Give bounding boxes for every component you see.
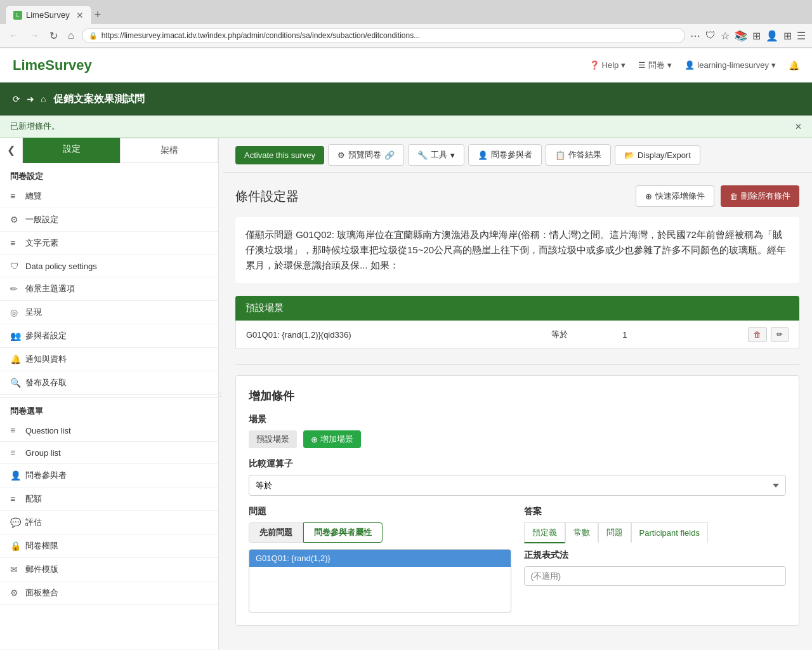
sidebar-item-general[interactable]: ⚙ 一般設定: [0, 208, 218, 232]
sidebar-item-presentation[interactable]: ◎ 呈現: [0, 301, 218, 324]
sidebar-toggle-row: ❮ 設定 架構: [0, 138, 218, 163]
constant-tab[interactable]: 常數: [565, 522, 598, 543]
user-btn-icon: 👤: [478, 150, 488, 160]
participants-attr-tab[interactable]: 問卷參與者屬性: [303, 522, 383, 543]
sidebar-item-text[interactable]: ≡ 文字元素: [0, 232, 218, 255]
theme-icon: ✏: [10, 284, 20, 294]
sidebar-tab-settings[interactable]: 設定: [23, 138, 120, 163]
sidebar-section-survey-settings: 問卷設定: [0, 163, 218, 185]
question-column: 問題 先前問題 問卷參與者屬性 G01Q01: {rand(1,2)}: [249, 506, 511, 613]
scenario-row-actions: 🗑 ✏: [748, 327, 789, 342]
bookmarks-icon: 📚: [735, 30, 747, 42]
general-icon: ⚙: [10, 215, 20, 225]
sidebar-item-assessment[interactable]: 💬 評估: [0, 511, 218, 534]
tools-chevron-icon: ▾: [450, 150, 455, 160]
quick-add-condition-button[interactable]: ⊕ 快速添增條件: [636, 185, 714, 207]
prev-question-tab[interactable]: 先前問題: [249, 522, 303, 543]
tab-title: LimeSurvey: [26, 10, 70, 20]
sidebar-item-participants[interactable]: 👤 問卷參與者: [0, 464, 218, 488]
question-list[interactable]: G01Q01: {rand(1,2)}: [249, 549, 511, 613]
perm-icon: 🔒: [10, 541, 20, 551]
scenario-label: 場景: [249, 414, 786, 425]
participants-button[interactable]: 👤 問卷參與者: [468, 144, 542, 166]
sidebar-item-permissions[interactable]: 🔒 問卷權限: [0, 534, 218, 558]
survey-title-bar: ⟳ ➜ ⌂ 促銷文案效果測試問: [0, 83, 812, 116]
notification-bell-icon[interactable]: 🔔: [789, 60, 799, 70]
display-export-button[interactable]: 📂 Display/Export: [615, 145, 700, 165]
delete-all-conditions-button[interactable]: 🗑 刪除所有條件: [721, 185, 799, 207]
close-tab-icon[interactable]: ✕: [76, 10, 84, 20]
tools-button[interactable]: 🔧 工具 ▾: [408, 144, 464, 166]
home-icon[interactable]: ⌂: [41, 94, 46, 104]
presentation-icon: ◎: [10, 307, 20, 317]
help-link[interactable]: ❓ Help ▾: [589, 60, 626, 70]
question-description: 僅顯示問題 G01Q02: 玻璃海岸位在宜蘭縣南方澳漁港及內埤海岸(俗稱：情人灣…: [235, 217, 799, 283]
reload-button[interactable]: ↻: [47, 29, 60, 43]
add-scenario-button[interactable]: ⊕ 增加場景: [303, 430, 361, 448]
default-scenario-badge: 預設場景: [249, 430, 297, 448]
home-button[interactable]: ⌂: [65, 29, 77, 43]
sidebar-tabs: 設定 架構: [23, 138, 218, 163]
predefined-tab[interactable]: 預定義: [524, 522, 565, 543]
section-divider: [235, 364, 799, 365]
menu-icon[interactable]: ☰: [797, 30, 806, 42]
sidebar: ❮ 設定 架構 問卷設定 ≡ 總覽 ⚙ 一般設定 ≡ 文字元素 🛡 Data p…: [0, 138, 219, 649]
questionnaire-link[interactable]: ☰ 問卷 ▾: [638, 60, 672, 71]
sidebar-item-email-templates[interactable]: ✉ 郵件模版: [0, 558, 218, 581]
condition-col3: 1: [622, 330, 748, 340]
scenario-section: 預設場景 G01Q01: {rand(1,2)}(qid336) 等於 1 🗑 …: [235, 296, 799, 349]
list-item[interactable]: G01Q01: {rand(1,2)}: [249, 550, 511, 567]
responses-button[interactable]: 📋 作答結果: [546, 144, 611, 166]
sidebar-item-publish[interactable]: 🔍 發布及存取: [0, 371, 218, 395]
regex-input[interactable]: [524, 566, 787, 586]
sidebar-item-overview[interactable]: ≡ 總覽: [0, 185, 218, 208]
activate-survey-button[interactable]: Activate this survey: [235, 146, 324, 164]
nav-actions: ⋯ 🛡 ☆ 📚 ⊞ 👤 ⊞ ☰: [690, 30, 806, 42]
question-tab[interactable]: 問題: [598, 522, 631, 543]
user-link[interactable]: 👤 learning-limesurvey ▾: [684, 60, 776, 70]
notification-bar: 已新增條件。 ✕: [0, 116, 812, 138]
sidebar-item-group-list[interactable]: ≡ Group list: [0, 442, 218, 464]
notification-close-icon[interactable]: ✕: [795, 122, 802, 131]
condition-editor-header: 條件設定器 ⊕ 快速添增條件 🗑 刪除所有條件: [235, 185, 799, 207]
participant-fields-tab[interactable]: Participant fields: [631, 522, 708, 543]
sidebar-item-theme[interactable]: ✏ 佈景主題選項: [0, 277, 218, 301]
sidebar-collapse-button[interactable]: ❮: [0, 138, 23, 163]
help-icon: ❓: [589, 60, 599, 70]
sidebar-tab-structure[interactable]: 架構: [120, 138, 218, 163]
content-area: Activate this survey ⚙ 預覽問卷 🔗 🔧 工具 ▾ 👤 問…: [223, 138, 812, 649]
edit-condition-button[interactable]: ✏: [771, 327, 789, 342]
new-tab-button[interactable]: +: [95, 8, 102, 22]
sidebar-item-quota[interactable]: ≡ 配額: [0, 488, 218, 511]
forward-button[interactable]: →: [27, 29, 42, 43]
url-text: https://limesurvey.imacat.idv.tw/index.p…: [102, 31, 678, 40]
overview-icon: ≡: [10, 191, 20, 201]
arrow-icon: ➜: [27, 94, 34, 104]
operator-select[interactable]: 等於: [249, 475, 786, 496]
part-icon: 👤: [10, 470, 20, 481]
browser-nav-bar: ← → ↻ ⌂ 🔒 https://limesurvey.imacat.idv.…: [0, 24, 812, 48]
external-link-icon: 🔗: [384, 150, 395, 160]
menu-chevron: ▾: [667, 60, 672, 70]
sidebar-item-notification[interactable]: 🔔 通知與資料: [0, 348, 218, 371]
star-icon[interactable]: ☆: [721, 30, 730, 42]
scenario-options: 預設場景 ⊕ 增加場景: [249, 430, 786, 448]
preview-questionnaire-button[interactable]: ⚙ 預覽問卷 🔗: [328, 144, 404, 166]
condition-col2: 等於: [497, 329, 623, 340]
condition-col1: G01Q01: {rand(1,2)}(qid336): [246, 330, 497, 340]
sidebar-item-data-policy[interactable]: 🛡 Data policy settings: [0, 255, 218, 277]
sidebar-item-participants-settings[interactable]: 👥 參與者設定: [0, 324, 218, 348]
answer-column: 答案 預定義 常數 問題 Participant fields 正規表式法: [524, 506, 787, 613]
sidebar-item-panel[interactable]: ⚙ 面板整合: [0, 581, 218, 605]
browser-tab[interactable]: L LimeSurvey ✕: [5, 5, 92, 24]
notification-icon: 🔔: [10, 354, 20, 364]
scenario-table: G01Q01: {rand(1,2)}(qid336) 等於 1 🗑 ✏: [235, 321, 799, 349]
survey-title: 促銷文案效果測試問: [53, 93, 799, 106]
address-bar[interactable]: 🔒 https://limesurvey.imacat.idv.tw/index…: [82, 28, 685, 43]
delete-condition-button[interactable]: 🗑: [748, 327, 767, 342]
back-button[interactable]: ←: [6, 29, 22, 43]
app-header: LimeSurvey ❓ Help ▾ ☰ 問卷 ▾ 👤 learning-li…: [0, 48, 812, 83]
operator-form-group: 比較運算子 等於: [249, 458, 786, 496]
table-row: G01Q01: {rand(1,2)}(qid336) 等於 1 🗑 ✏: [236, 321, 799, 348]
sidebar-item-question-list[interactable]: ≡ Question list: [0, 420, 218, 442]
